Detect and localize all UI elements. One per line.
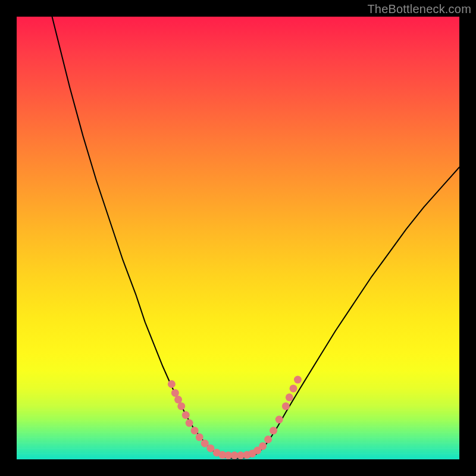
data-point — [191, 427, 199, 434]
data-point — [186, 419, 193, 427]
chart-svg — [17, 17, 459, 459]
data-point — [290, 384, 298, 392]
data-point — [275, 416, 283, 424]
data-point — [270, 427, 277, 434]
data-point — [294, 376, 302, 384]
data-point — [171, 389, 179, 397]
data-point — [196, 433, 203, 441]
data-point — [174, 396, 182, 403]
data-point — [168, 380, 176, 388]
data-point — [206, 444, 214, 452]
data-point — [182, 411, 190, 419]
data-point — [286, 393, 293, 401]
plot-area — [17, 17, 459, 459]
data-point — [264, 436, 272, 443]
watermark-text: TheBottleneck.com — [367, 2, 471, 16]
curve-group — [52, 17, 459, 458]
data-point — [259, 442, 267, 450]
bottleneck-curve — [52, 17, 459, 458]
data-point — [282, 402, 290, 410]
data-points — [168, 376, 302, 459]
data-point — [177, 402, 185, 410]
chart-frame: TheBottleneck.com — [0, 0, 476, 476]
